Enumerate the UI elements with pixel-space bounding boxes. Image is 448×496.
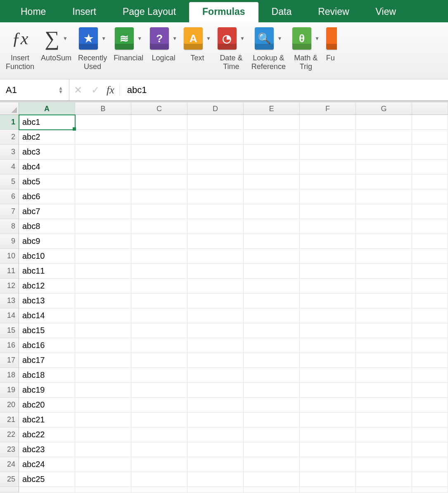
row-header-21[interactable]: 21 — [0, 413, 19, 427]
cell-C7[interactable] — [131, 204, 187, 219]
cell-B22[interactable] — [75, 427, 131, 442]
cell-E1[interactable] — [244, 115, 300, 130]
cell-G1[interactable] — [356, 115, 412, 130]
cell-C22[interactable] — [131, 427, 187, 442]
row-header-4[interactable]: 4 — [0, 160, 19, 174]
ribbon-group-math-trig[interactable]: θ▼Math & Trig — [289, 25, 323, 78]
cell-B19[interactable] — [75, 383, 131, 398]
cell-A12[interactable]: abc12 — [19, 279, 75, 293]
cell-D17[interactable] — [187, 353, 244, 368]
cell-A13[interactable]: abc13 — [19, 293, 75, 308]
cell-A17[interactable]: abc17 — [19, 353, 75, 368]
cell-E4[interactable] — [244, 160, 300, 174]
ribbon-group-autosum[interactable]: ∑▼AutoSum — [38, 25, 75, 78]
cell-B25[interactable] — [75, 472, 131, 487]
cell-A15[interactable]: abc15 — [19, 323, 75, 338]
cell-D19[interactable] — [187, 383, 244, 398]
cell-C25[interactable] — [131, 472, 187, 487]
cell-D4[interactable] — [187, 160, 244, 174]
cell-B3[interactable] — [75, 145, 131, 160]
cell-E11[interactable] — [244, 264, 300, 279]
cell-D5[interactable] — [187, 174, 244, 189]
cell-C1[interactable] — [131, 115, 187, 130]
dropdown-caret-icon[interactable]: ▼ — [172, 36, 177, 41]
ribbon-group-recently-used[interactable]: ★▼Recently Used — [75, 25, 110, 78]
row-header-14[interactable]: 14 — [0, 308, 19, 323]
cell-C21[interactable] — [131, 413, 187, 427]
cell-E23[interactable] — [244, 442, 300, 457]
cell-D9[interactable] — [187, 234, 244, 249]
cell-G2[interactable] — [356, 130, 412, 145]
column-header-B[interactable]: B — [75, 103, 131, 114]
ribbon-group-logical[interactable]: ?▼Logical — [147, 25, 180, 78]
cell-X8[interactable] — [412, 219, 448, 234]
cell-D16[interactable] — [187, 338, 244, 353]
cell-G13[interactable] — [356, 293, 412, 308]
column-header-G[interactable]: G — [356, 103, 412, 114]
cell-X5[interactable] — [412, 174, 448, 189]
formula-fx-icon[interactable]: fx — [107, 84, 114, 96]
cell-G20[interactable] — [356, 398, 412, 413]
cell-F11[interactable] — [300, 264, 356, 279]
cell-G14[interactable] — [356, 308, 412, 323]
dropdown-caret-icon[interactable]: ▼ — [137, 36, 142, 41]
cell-X24[interactable] — [412, 457, 448, 472]
ribbon-group-date-time[interactable]: ◔▼Date & Time — [214, 25, 248, 78]
cell-G5[interactable] — [356, 174, 412, 189]
row-header-19[interactable]: 19 — [0, 383, 19, 398]
cell-B13[interactable] — [75, 293, 131, 308]
cell-F3[interactable] — [300, 145, 356, 160]
cell-F8[interactable] — [300, 219, 356, 234]
cell-partial[interactable] — [75, 487, 131, 493]
cell-D24[interactable] — [187, 457, 244, 472]
cell-F25[interactable] — [300, 472, 356, 487]
cell-F17[interactable] — [300, 353, 356, 368]
cell-D7[interactable] — [187, 204, 244, 219]
cell-X21[interactable] — [412, 413, 448, 427]
cell-A9[interactable]: abc9 — [19, 234, 75, 249]
cell-X22[interactable] — [412, 427, 448, 442]
row-header-15[interactable]: 15 — [0, 323, 19, 338]
row-header-1[interactable]: 1 — [0, 115, 19, 130]
cell-D12[interactable] — [187, 279, 244, 293]
cell-A19[interactable]: abc19 — [19, 383, 75, 398]
cell-G7[interactable] — [356, 204, 412, 219]
ribbon-group-lookup-ref[interactable]: 🔍▼Lookup & Reference — [248, 25, 289, 78]
cell-E2[interactable] — [244, 130, 300, 145]
cell-A6[interactable]: abc6 — [19, 189, 75, 204]
ribbon-group-financial[interactable]: ≋▼Financial — [110, 25, 147, 78]
cell-X11[interactable] — [412, 264, 448, 279]
cell-F19[interactable] — [300, 383, 356, 398]
cell-G10[interactable] — [356, 249, 412, 264]
cell-G19[interactable] — [356, 383, 412, 398]
cell-B1[interactable] — [75, 115, 131, 130]
cell-B17[interactable] — [75, 353, 131, 368]
tab-review[interactable]: Review — [305, 2, 362, 22]
cell-E10[interactable] — [244, 249, 300, 264]
cell-G24[interactable] — [356, 457, 412, 472]
column-header-D[interactable]: D — [187, 103, 244, 114]
cell-partial[interactable] — [187, 487, 244, 493]
cell-F24[interactable] — [300, 457, 356, 472]
cell-E24[interactable] — [244, 457, 300, 472]
cell-X1[interactable] — [412, 115, 448, 130]
cell-X16[interactable] — [412, 338, 448, 353]
cell-C3[interactable] — [131, 145, 187, 160]
cell-A24[interactable]: abc24 — [19, 457, 75, 472]
cell-C16[interactable] — [131, 338, 187, 353]
cell-C17[interactable] — [131, 353, 187, 368]
cell-B5[interactable] — [75, 174, 131, 189]
cell-B18[interactable] — [75, 368, 131, 383]
cell-E18[interactable] — [244, 368, 300, 383]
cell-E7[interactable] — [244, 204, 300, 219]
cell-A1[interactable]: abc1 — [19, 115, 75, 130]
cell-C5[interactable] — [131, 174, 187, 189]
cell-B10[interactable] — [75, 249, 131, 264]
cell-F16[interactable] — [300, 338, 356, 353]
cell-F5[interactable] — [300, 174, 356, 189]
cell-F6[interactable] — [300, 189, 356, 204]
cell-F23[interactable] — [300, 442, 356, 457]
ribbon-group-text[interactable]: A▼Text — [180, 25, 214, 78]
cell-A10[interactable]: abc10 — [19, 249, 75, 264]
cell-E3[interactable] — [244, 145, 300, 160]
